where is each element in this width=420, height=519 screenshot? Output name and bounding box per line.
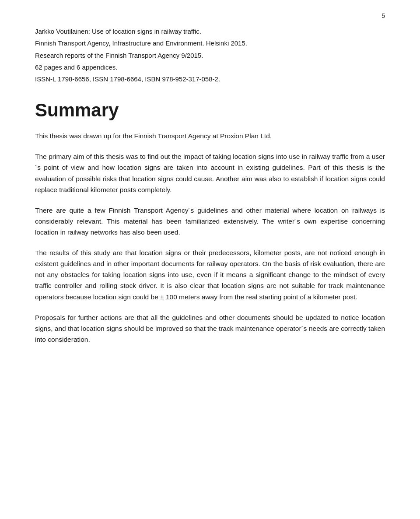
paragraph-1: This thesis was drawn up for the Finnish… xyxy=(35,130,385,141)
paragraph-3: There are quite a few Finnish Transport … xyxy=(35,205,385,238)
page: 5 Jarkko Voutilainen: Use of location si… xyxy=(0,0,420,519)
section-title: Summary xyxy=(35,100,385,121)
page-number: 5 xyxy=(382,12,385,19)
paragraph-4: The results of this study are that locat… xyxy=(35,247,385,302)
header-line-1: Jarkko Voutilainen: Use of location sign… xyxy=(35,26,385,36)
header-line-3: Research reports of the Finnish Transpor… xyxy=(35,50,385,60)
header-text: Jarkko Voutilainen: Use of location sign… xyxy=(35,26,385,84)
header-line-4: 62 pages and 6 appendices. xyxy=(35,62,385,72)
header-block: Jarkko Voutilainen: Use of location sign… xyxy=(35,26,385,84)
paragraph-2: The primary aim of this thesis was to fi… xyxy=(35,151,385,195)
header-line-2: Finnish Transport Agency, Infrastructure… xyxy=(35,38,385,48)
paragraph-5: Proposals for further actions are that a… xyxy=(35,312,385,345)
header-line-5: ISSN-L 1798-6656, ISSN 1798-6664, ISBN 9… xyxy=(35,74,385,84)
